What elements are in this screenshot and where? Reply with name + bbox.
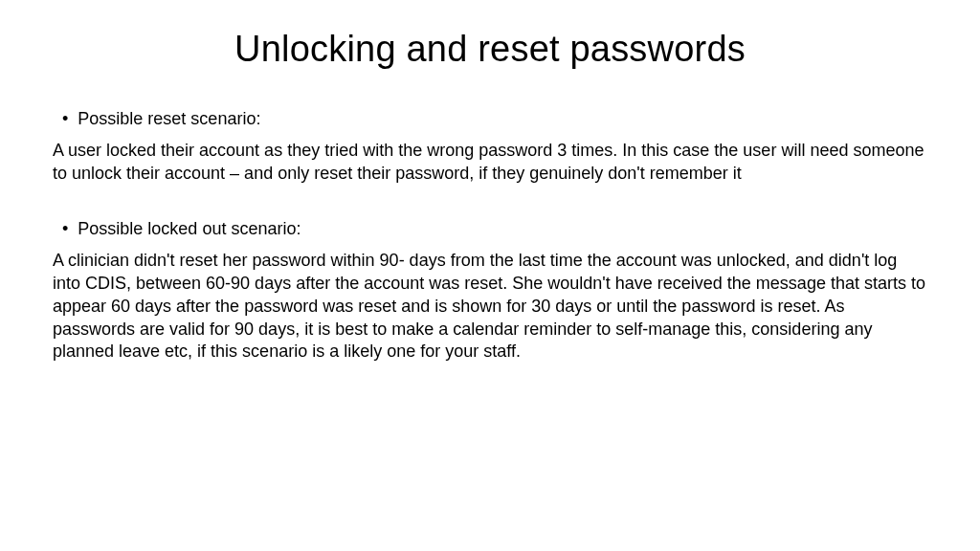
bullet-item-reset-scenario: • Possible reset scenario: bbox=[53, 108, 927, 130]
bullet-item-locked-scenario: • Possible locked out scenario: bbox=[53, 218, 927, 240]
bullet-label: Possible reset scenario: bbox=[78, 108, 260, 130]
bullet-dot-icon: • bbox=[62, 220, 68, 237]
paragraph-locked-scenario: A clinician didn't reset her password wi… bbox=[53, 250, 927, 364]
bullet-dot-icon: • bbox=[62, 110, 68, 127]
bullet-label: Possible locked out scenario: bbox=[78, 218, 301, 240]
paragraph-reset-scenario: A user locked their account as they trie… bbox=[53, 140, 927, 186]
slide-title: Unlocking and reset passwords bbox=[53, 29, 927, 70]
